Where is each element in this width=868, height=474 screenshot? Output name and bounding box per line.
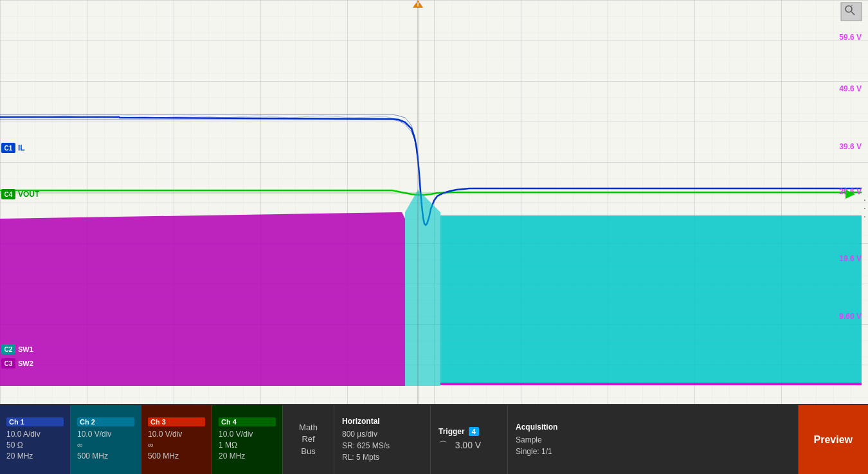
svg-rect-42 (1, 358, 15, 369)
bus-label: Bus (301, 446, 315, 457)
svg-text:C3: C3 (5, 360, 13, 367)
ch4-header: Ch 4 (219, 417, 276, 426)
svg-marker-30 (405, 190, 440, 386)
svg-marker-59 (413, 0, 423, 8)
svg-rect-33 (1, 143, 15, 153)
preview-button[interactable]: Preview (799, 405, 868, 474)
horizontal-title: Horizontal (342, 417, 422, 426)
svg-line-58 (850, 5, 853, 6)
svg-rect-39 (1, 344, 15, 354)
svg-text:IL: IL (18, 143, 25, 152)
ch3-scale: 10.0 V/div (148, 429, 205, 440)
trigger-title-row: Trigger 4 (439, 427, 500, 436)
acquisition-mode: Sample (516, 434, 790, 446)
svg-marker-16 (440, 215, 862, 383)
svg-text:·: · (863, 203, 866, 213)
svg-text:SW2: SW2 (18, 360, 33, 367)
ch4-scale: 10.0 V/div (219, 429, 276, 440)
ch1-bw: 20 MHz (6, 451, 64, 462)
svg-text:9.60 V: 9.60 V (839, 312, 862, 321)
svg-text:·: · (863, 211, 866, 221)
svg-rect-55 (841, 3, 862, 21)
svg-text:·: · (863, 194, 866, 205)
svg-text:C2: C2 (5, 346, 13, 353)
scope-screen: C1 IL C4 VOUT C2 SW1 C3 SW2 59.6 V 49.6 … (0, 0, 868, 405)
svg-text:49.6 V: 49.6 V (839, 84, 862, 93)
ch3-impedance: ∞ (148, 440, 205, 451)
svg-rect-36 (1, 189, 15, 199)
svg-text:39.6 V: 39.6 V (839, 142, 862, 151)
ch1-impedance: 50 Ω (6, 440, 64, 451)
ch2-scale: 10.0 V/div (77, 429, 134, 440)
trigger-info: Trigger 4 ⌒ 3.00 V (431, 405, 508, 474)
ch2-bw: 500 MHz (77, 451, 134, 462)
acquisition-info: Acquisition Sample Single: 1/1 (508, 405, 799, 474)
svg-marker-3 (0, 212, 405, 386)
svg-text:C4: C4 (5, 191, 13, 198)
ch4-info[interactable]: Ch 4 10.0 V/div 1 MΩ 20 MHz (212, 405, 283, 474)
trigger-channel-badge: 4 (469, 427, 479, 436)
svg-rect-1 (0, 0, 868, 405)
trigger-title: Trigger (439, 427, 465, 436)
ch2-impedance: ∞ (77, 440, 134, 451)
ch3-bw: 500 MHz (148, 451, 205, 462)
horizontal-info: Horizontal 800 µs/div SR: 625 MS/s RL: 5… (334, 405, 431, 474)
ch1-header: Ch 1 (6, 417, 64, 426)
acquisition-detail: Single: 1/1 (516, 446, 790, 457)
ch1-scale: 10.0 A/div (6, 429, 64, 440)
svg-text:VOUT: VOUT (18, 190, 40, 199)
svg-text:59.6 V: 59.6 V (839, 33, 862, 42)
svg-text:29.6 V: 29.6 V (839, 187, 862, 196)
svg-marker-51 (845, 190, 855, 199)
ch1-info[interactable]: Ch 1 10.0 A/div 50 Ω 20 MHz (0, 405, 71, 474)
svg-text:19.6 V: 19.6 V (839, 254, 862, 263)
math-ref-bus-btn[interactable]: Math Ref Bus (283, 405, 334, 474)
svg-text:SW1: SW1 (18, 345, 33, 353)
acquisition-title: Acquisition (516, 423, 790, 432)
bottom-panel: Ch 1 10.0 A/div 50 Ω 20 MHz Ch 2 10.0 V/… (0, 405, 868, 474)
ch3-header: Ch 3 (148, 417, 205, 426)
svg-line-57 (851, 12, 854, 15)
ch3-info[interactable]: Ch 3 10.0 V/div ∞ 500 MHz (141, 405, 212, 474)
svg-point-56 (845, 6, 852, 12)
svg-rect-2 (0, 0, 849, 405)
ch4-bw: 20 MHz (219, 451, 276, 462)
ch2-info[interactable]: Ch 2 10.0 V/div ∞ 500 MHz (71, 405, 141, 474)
sample-rate: SR: 625 MS/s (342, 440, 422, 451)
ch2-header: Ch 2 (77, 417, 134, 426)
math-label: Math (299, 422, 318, 433)
ch4-impedance: 1 MΩ (219, 440, 276, 451)
svg-text:C1: C1 (5, 145, 13, 152)
svg-text:T: T (416, 1, 420, 8)
time-div: 800 µs/div (342, 428, 422, 440)
trigger-symbol: ⌒ 3.00 V (439, 439, 500, 452)
ref-label: Ref (302, 433, 314, 445)
record-length: RL: 5 Mpts (342, 451, 422, 463)
